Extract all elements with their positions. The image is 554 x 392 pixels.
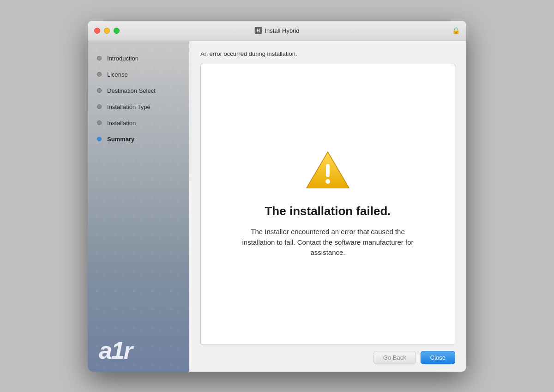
sidebar-label-installation: Installation xyxy=(107,120,136,127)
window-title: Install Hybrid xyxy=(265,27,299,34)
sidebar-item-installation[interactable]: Installation xyxy=(88,115,189,131)
sidebar-label-destination-select: Destination Select xyxy=(107,87,156,94)
svg-point-3 xyxy=(325,179,330,184)
sidebar-dot-destination-select xyxy=(97,88,102,93)
titlebar-center: H Install Hybrid xyxy=(254,27,299,34)
failure-description: The Installer encountered an error that … xyxy=(235,227,420,258)
lock-icon: 🔒 xyxy=(452,27,460,34)
sidebar-item-introduction[interactable]: Introduction xyxy=(88,50,189,66)
close-button[interactable] xyxy=(94,28,100,34)
sidebar-item-summary[interactable]: Summary xyxy=(88,131,189,147)
footer-buttons: Go Back Close xyxy=(200,344,455,364)
sidebar-dot-installation xyxy=(97,121,102,125)
sidebar-item-installation-type[interactable]: Installation Type xyxy=(88,99,189,115)
sidebar-label-introduction: Introduction xyxy=(107,55,138,62)
right-panel: An error occurred during installation. xyxy=(189,41,466,372)
sidebar-logo: a1r xyxy=(88,329,189,372)
sidebar-dot-introduction xyxy=(97,56,102,60)
sidebar-dot-installation-type xyxy=(97,104,102,109)
minimize-button[interactable] xyxy=(104,28,110,34)
svg-rect-2 xyxy=(326,164,330,177)
sidebar-nav: Introduction License Destination Select … xyxy=(88,50,189,329)
installer-window: H Install Hybrid 🔒 Introduction License xyxy=(88,21,466,372)
logo-text: a1r xyxy=(99,338,132,362)
app-icon: H xyxy=(254,27,262,34)
close-button[interactable]: Close xyxy=(421,351,455,364)
sidebar-dot-license xyxy=(97,72,102,77)
sidebar-item-destination-select[interactable]: Destination Select xyxy=(88,83,189,99)
svg-text:H: H xyxy=(257,28,260,33)
content-box: The installation failed. The Installer e… xyxy=(200,64,455,344)
warning-icon xyxy=(305,150,351,191)
failure-title: The installation failed. xyxy=(265,204,391,218)
main-content: Introduction License Destination Select … xyxy=(88,41,466,372)
maximize-button[interactable] xyxy=(114,28,120,34)
sidebar-label-installation-type: Installation Type xyxy=(107,103,151,110)
error-header: An error occurred during installation. xyxy=(200,50,455,57)
sidebar-item-license[interactable]: License xyxy=(88,66,189,83)
sidebar-label-license: License xyxy=(107,71,128,78)
sidebar-label-summary: Summary xyxy=(107,136,134,143)
sidebar-dot-summary xyxy=(97,137,102,141)
sidebar: Introduction License Destination Select … xyxy=(88,41,189,372)
titlebar: H Install Hybrid 🔒 xyxy=(88,21,466,41)
go-back-button[interactable]: Go Back xyxy=(373,351,416,364)
traffic-lights xyxy=(94,28,120,34)
